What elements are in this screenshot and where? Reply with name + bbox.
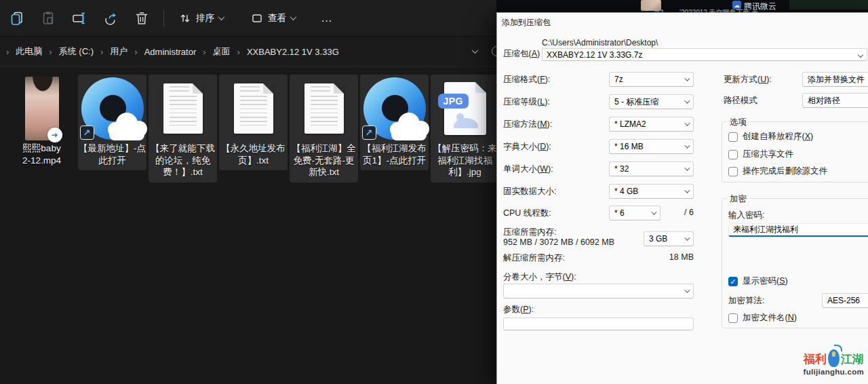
update-mode-label: 更新方式(U):: [724, 74, 772, 85]
solid-block-label: 固实数据大小:: [503, 186, 556, 197]
view-button[interactable]: 查看: [242, 6, 304, 31]
volume-size-label: 分卷大小，字节(V):: [503, 271, 576, 283]
decompress-memory-value: 18 MB: [653, 252, 694, 262]
paste-button[interactable]: [36, 6, 60, 31]
breadcrumb-item-drive-c[interactable]: 系统 (C:): [54, 43, 98, 60]
breadcrumb-separator-icon: ›: [132, 47, 139, 57]
rename-button[interactable]: [67, 6, 92, 31]
encrypt-filenames-checkbox[interactable]: 加密文件名(N): [728, 312, 797, 324]
options-group: 选项 创建自释放程序(X) 压缩共享文件 操作完成后删除源文件: [722, 121, 868, 183]
breadcrumb-item-users[interactable]: 用户: [105, 43, 132, 60]
checkbox-checked-icon: ✓: [728, 277, 738, 286]
solid-block-select[interactable]: * 4 GB: [609, 184, 694, 199]
memory-usage-label: 压缩所需内存:: [503, 227, 556, 238]
encryption-method-label: 加密算法:: [728, 295, 764, 307]
word-size-label: 单词大小(W):: [503, 164, 553, 175]
cloud-icon: [108, 117, 147, 140]
checkbox-unchecked-icon: [728, 167, 738, 176]
file-name: 【永久地址发布 页】.txt: [219, 141, 288, 170]
qq-browser-icon: ↗: [81, 77, 144, 140]
video-thumbnail: ➜: [25, 77, 59, 140]
text-file-icon: [234, 83, 273, 134]
cloud-icon: [390, 117, 429, 140]
encryption-group: 加密 输入密码: 来福利江湖找福利 ✓ 显示密码(S) 加密算法: AES-25…: [722, 198, 868, 328]
file-name: 【福利江湖】全 免费-无套路-更 新快.txt: [290, 141, 358, 183]
address-chevron-down-icon[interactable]: [472, 47, 479, 54]
play-overlay-icon: ➜: [47, 128, 62, 142]
dictionary-label: 字典大小(D):: [503, 141, 551, 153]
view-icon: [251, 12, 263, 24]
view-label: 查看: [268, 12, 286, 24]
encryption-method-select[interactable]: AES-256: [822, 293, 868, 308]
archive-name-input[interactable]: XXBABY2.12 1V 3.33G.7z: [542, 48, 867, 61]
file-name: 【福利江湖发布 页1】-点此打开: [360, 141, 429, 170]
search-icon[interactable]: [492, 46, 496, 56]
breadcrumb-item-desktop[interactable]: 桌面: [208, 43, 235, 60]
volume-size-input[interactable]: [503, 284, 694, 299]
copy-button[interactable]: [5, 6, 29, 31]
create-sfx-checkbox[interactable]: 创建自释放程序(X): [728, 131, 813, 142]
file-name: 【来了就能下载 的论坛，纯免 费！】.txt: [149, 141, 217, 183]
breadcrumb-item-administrator[interactable]: Administrator: [140, 44, 201, 60]
method-label: 压缩方法(M):: [503, 119, 552, 130]
cpu-threads-max: / 6: [675, 208, 694, 217]
jpg-badge: JPG: [438, 94, 469, 109]
file-tile-txt[interactable]: 【永久地址发布 页】.txt: [219, 75, 288, 170]
checkbox-unchecked-icon: [728, 150, 738, 159]
file-tile-jpg[interactable]: JPG 【解压密码：来 福利江湖找福 利】.jpg: [431, 75, 496, 183]
compress-shared-checkbox[interactable]: 压缩共享文件: [728, 149, 793, 160]
checkbox-unchecked-icon: [728, 313, 738, 323]
memory-usage-detail: 952 MB / 3072 MB / 6092 MB: [503, 237, 614, 247]
share-button[interactable]: [98, 6, 123, 31]
update-mode-select[interactable]: 添加并替换文件: [802, 72, 868, 87]
shortcut-arrow-icon: ↗: [80, 126, 94, 140]
word-size-select[interactable]: * 32: [609, 161, 694, 176]
dialog-title: 添加到压缩包: [502, 17, 551, 28]
password-input[interactable]: 来福利江湖找福利: [728, 223, 868, 237]
delete-button[interactable]: [130, 6, 154, 31]
watermark-domain: fulijianghu.com: [804, 368, 864, 376]
breadcrumb-separator-icon: ›: [201, 47, 208, 57]
file-tile-qq-shortcut[interactable]: ↗ 【最新地址】-点 此打开: [78, 75, 146, 170]
parameters-label: 参数(P):: [503, 304, 534, 315]
add-to-archive-dialog: 添加到压缩包 压缩包(A) C:\Users\Administrator\Des…: [496, 12, 868, 384]
paste-icon: [40, 10, 56, 26]
show-password-checkbox[interactable]: ✓ 显示密码(S): [728, 275, 788, 287]
breadcrumb-separator-icon: ›: [98, 47, 105, 57]
file-tile-txt[interactable]: 【来了就能下载 的论坛，纯免 费！】.txt: [149, 75, 217, 183]
path-mode-select[interactable]: 相对路径: [802, 93, 868, 108]
breadcrumb-item-current-folder[interactable]: XXBABY2.12 1V 3.33G: [242, 44, 344, 60]
file-explorer-window: 排序 查看 … › 此电脑 › 系统 (C:) › 用户 › Administr…: [0, 0, 496, 384]
sort-label: 排序: [196, 12, 214, 24]
dictionary-select[interactable]: * 16 MB: [609, 139, 694, 154]
breadcrumb-separator-icon: ›: [235, 47, 242, 57]
toolbar-separator: [163, 9, 164, 27]
sort-button[interactable]: 排序: [170, 6, 233, 31]
parameters-input[interactable]: [503, 318, 694, 330]
trash-icon: [134, 10, 150, 26]
file-tile-txt[interactable]: 【福利江湖】全 免费-无套路-更 新快.txt: [290, 75, 358, 183]
archive-label: 压缩包(A): [503, 48, 540, 60]
file-name: 【解压密码：来 福利江湖找福 利】.jpg: [431, 141, 496, 183]
cpu-threads-label: CPU 线程数:: [503, 208, 551, 219]
breadcrumb-separator-icon: ›: [4, 47, 11, 57]
level-select[interactable]: 5 - 标准压缩: [609, 94, 694, 109]
path-mode-label: 路径模式: [724, 95, 757, 107]
desktop-background-strip: ☁ 腾讯微云 一宫1 '2022012 天空网盘下载 天: [496, 0, 868, 12]
more-options-button[interactable]: …: [314, 12, 340, 25]
breadcrumb-item-this-pc[interactable]: 此电脑: [11, 43, 47, 60]
memory-limit-select[interactable]: 3 GB: [644, 231, 694, 246]
watermark-text-left: 福利: [804, 351, 827, 367]
format-select[interactable]: 7z: [609, 72, 694, 87]
delete-after-checkbox[interactable]: 操作完成后删除源文件: [728, 166, 827, 177]
desktop-selection-box: [789, 0, 868, 9]
cpu-threads-select[interactable]: * 6: [609, 206, 660, 220]
mouse-icon: [828, 349, 840, 367]
qq-browser-icon: ↗: [363, 77, 426, 140]
file-tile-qq-shortcut[interactable]: ↗ 【福利江湖发布 页1】-点此打开: [360, 75, 429, 170]
watermark-text-right: 江湖: [841, 351, 864, 367]
method-select[interactable]: * LZMA2: [609, 117, 694, 132]
file-tile-video[interactable]: ➜ 熙熙baby 2-12.mp4: [7, 75, 76, 170]
archive-path: C:\Users\Administrator\Desktop\: [542, 38, 658, 47]
level-label: 压缩等级(L):: [503, 96, 550, 108]
